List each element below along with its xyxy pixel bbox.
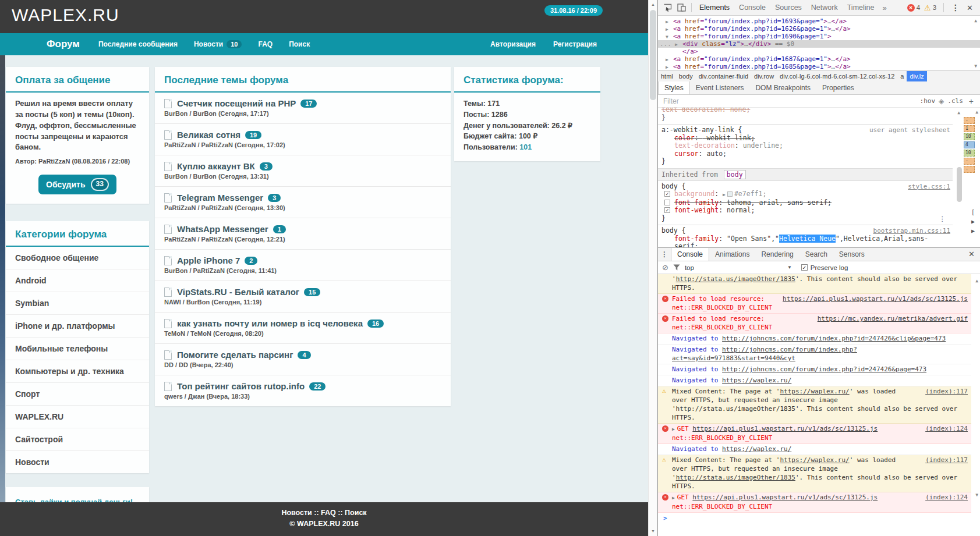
rule-source-link[interactable]: style.css:1	[908, 183, 950, 191]
page-scrollbar-thumb[interactable]	[650, 10, 656, 100]
category-item[interactable]: Мобильные телефоны	[6, 337, 149, 360]
topic-row[interactable]: Apple iPhone 72BurBon / PaRtiZzaN (Сегод…	[155, 249, 451, 281]
console-url-link[interactable]: https://api.plus1.wapstart.ru/v1/ads/sc/…	[783, 294, 968, 303]
console-url-link[interactable]: https://api.plus1.wapstart.ru/v1/ads/sc/…	[692, 494, 878, 501]
sidebar-tab-event-listeners[interactable]: Event Listeners	[690, 81, 750, 94]
tab-sources[interactable]: Sources	[770, 0, 806, 15]
nav-item[interactable]: Поиск	[289, 40, 310, 48]
sidebar-tab-dom-breakpoints[interactable]: DOM Breakpoints	[749, 81, 816, 94]
topic-row[interactable]: Помогите сделать парсинг4DD / DD (Вчера,…	[155, 343, 451, 375]
footer-link[interactable]: Новости	[281, 509, 312, 517]
execution-context-selector[interactable]: top	[685, 264, 694, 271]
css-property[interactable]: ✓background: ▶#e7eff1;	[661, 190, 950, 199]
devtools-close-icon[interactable]: ✕	[964, 3, 978, 12]
dom-tree-row[interactable]: </a>	[658, 48, 980, 55]
breadcrumb-item[interactable]: div.col-lg-6.col-md-6.col-sm-12.col-xs-1…	[777, 71, 897, 81]
css-property[interactable]: cursor: auto;	[661, 150, 950, 158]
computed-scroll-up-icon[interactable]: ▲	[975, 109, 978, 115]
toggle-hover-state[interactable]: :hov	[920, 97, 936, 105]
preserve-log-toggle[interactable]: ✓ Preserve log	[801, 264, 848, 271]
console-tab-console[interactable]: Console	[671, 248, 709, 261]
nav-item[interactable]: Новости10	[194, 40, 242, 48]
clear-console-icon[interactable]: ⊘	[662, 264, 668, 271]
nav-item[interactable]: Регистрация	[553, 40, 597, 48]
styles-scroll-up-icon[interactable]: ▲	[957, 110, 960, 115]
category-item[interactable]: Новости	[6, 450, 149, 473]
warning-badge-icon[interactable]: ⚠	[924, 4, 931, 12]
nav-item[interactable]: Последние сообщения	[98, 40, 178, 48]
scroll-up-arrow-icon[interactable]: ▲	[649, 1, 657, 9]
console-url-link[interactable]: https://waplex.ru/	[722, 445, 791, 453]
tree-collapsed-arrow-icon[interactable]: ▶	[666, 63, 668, 70]
console-url-link[interactable]: http://johncms.com/forum/index.php?id=24…	[722, 365, 926, 373]
styles-filter-input[interactable]	[662, 97, 917, 106]
dom-tree-row[interactable]: ▶<a href="forum/index.php?id=1626&page=1…	[658, 25, 980, 33]
footer-link[interactable]: FAQ	[321, 509, 336, 517]
topic-row[interactable]: Топ рейтинг сайтов rutop.info22qwers / Д…	[155, 375, 451, 406]
discuss-button[interactable]: Обсудить 33	[38, 175, 116, 194]
category-item[interactable]: Сайтострой	[6, 428, 149, 450]
styles-scrollbar-thumb[interactable]	[957, 167, 962, 202]
tab-timeline[interactable]: Timeline	[843, 0, 879, 15]
inherited-node-link[interactable]: body	[724, 170, 746, 179]
tree-scroll-up-icon[interactable]: ▲	[974, 18, 977, 23]
console-url-link[interactable]: https://mc.yandex.ru/metrika/advert.gif	[818, 314, 968, 323]
footer-link[interactable]: Поиск	[345, 509, 367, 517]
nav-item[interactable]: FAQ	[258, 40, 273, 48]
message-source-link[interactable]: (index):124	[925, 493, 968, 502]
console-url-link[interactable]: https://waplex.ru/	[780, 388, 849, 395]
category-item[interactable]: Спорт	[6, 382, 149, 405]
scroll-down-arrow-icon[interactable]: ▼	[649, 527, 657, 535]
topic-row[interactable]: WhatsApp Messenger1PaRtiZzaN / PaRtiZzaN…	[155, 218, 451, 249]
sidebar-tab-properties[interactable]: Properties	[816, 81, 860, 94]
topic-row[interactable]: Куплю аккаунт ВК3BurBon / BurBon (Сегодн…	[155, 155, 451, 186]
console-tab-animations[interactable]: Animations	[709, 248, 755, 261]
message-source-link[interactable]: (index):117	[925, 387, 968, 396]
css-property[interactable]: ✓font-weight: normal;	[661, 207, 950, 215]
nav-item[interactable]: Авторизация	[490, 40, 536, 48]
rule-overflow-menu-icon[interactable]: ⋮	[939, 215, 946, 223]
sidebar-tab-styles[interactable]: Styles	[658, 81, 690, 94]
element-state-icon[interactable]: ◈	[939, 97, 944, 105]
tree-scroll-down-icon[interactable]: ▼	[974, 63, 977, 69]
topic-row[interactable]: Великая сотня19PaRtiZzaN / PaRtiZzaN (Се…	[155, 123, 451, 155]
breadcrumb-item[interactable]: html	[658, 71, 676, 81]
page-scrollbar[interactable]: ▲ ▼	[648, 0, 657, 536]
filter-icon[interactable]	[673, 264, 680, 271]
message-source-link[interactable]: (index):117	[925, 456, 968, 464]
site-logo[interactable]: WAPLEX.RU	[12, 5, 119, 25]
category-item[interactable]: Symbian	[6, 292, 149, 314]
color-swatch[interactable]	[727, 191, 733, 197]
dom-tree-row[interactable]: ▶<a href="forum/index.php?id=1693&page="…	[658, 17, 980, 25]
console-url-link[interactable]: http://stata.us/imageOther/1835	[676, 474, 795, 481]
devtools-menu-icon[interactable]: ⋮	[947, 3, 964, 12]
expand-shorthand-icon[interactable]: ▶	[723, 192, 726, 197]
topic-row[interactable]: как узнать почту или номер в icq человек…	[155, 312, 451, 343]
rule-source-link[interactable]: bootstrap.min.css:11	[873, 227, 950, 235]
console-prompt[interactable]: >	[658, 513, 971, 516]
expand-message-icon[interactable]: ▶	[672, 495, 675, 500]
css-property[interactable]: text-decoration: underline;	[661, 142, 950, 150]
expand-message-icon[interactable]: ▶	[672, 427, 675, 432]
css-property[interactable]: color: -webkit-link;	[661, 134, 950, 143]
console-url-link[interactable]: http://johncms.com/forum/index.php?id=24…	[722, 335, 946, 342]
breadcrumb-item[interactable]: div.container-fluid	[696, 71, 751, 81]
console-url-link[interactable]: https://api.plus1.wapstart.ru/v1/ads/sc/…	[692, 425, 878, 432]
topic-row[interactable]: Счетчик посещений на PHP17BurBon / BurBo…	[155, 93, 451, 123]
breadcrumb-item[interactable]: div.row	[751, 71, 777, 81]
stat-value[interactable]: 101	[519, 143, 532, 151]
console-url-link[interactable]: act=say&id=971883&start=9440&cyt	[672, 354, 795, 362]
console-tab-search[interactable]: Search	[799, 248, 833, 261]
dom-tree-row[interactable]: ...▶<div class="lz">…</div> == $0	[658, 40, 980, 48]
console-tab-rendering[interactable]: Rendering	[755, 248, 799, 261]
console-scroll-down-icon[interactable]: ▼	[975, 491, 978, 499]
tab-elements[interactable]: Elements	[695, 0, 734, 15]
css-selector[interactable]: body {	[661, 226, 686, 235]
more-tabs-chevron[interactable]: »	[879, 3, 890, 12]
tab-network[interactable]: Network	[806, 0, 843, 15]
drawer-menu-icon[interactable]: ⋮	[658, 248, 671, 261]
inspect-element-icon[interactable]	[660, 2, 674, 13]
preserve-log-checkbox[interactable]: ✓	[801, 264, 808, 271]
console-url-link[interactable]: http://johncms.com/forum/index.php?	[722, 346, 857, 353]
category-item[interactable]: Компьютеры и др. техника	[6, 360, 149, 382]
